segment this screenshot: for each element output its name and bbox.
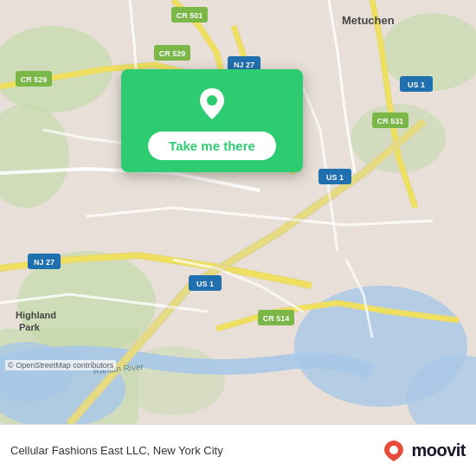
bottom-bar: Cellular Fashions East LLC, New York Cit… [0, 424, 476, 476]
svg-text:NJ 27: NJ 27 [34, 258, 55, 267]
moovit-logo: moovit [380, 439, 466, 463]
svg-text:US 1: US 1 [326, 173, 344, 182]
svg-text:NJ 27: NJ 27 [234, 61, 254, 69]
svg-text:Highland: Highland [16, 310, 56, 320]
pin-icon [193, 85, 231, 123]
svg-point-38 [389, 446, 398, 454]
card-overlay: Take me there [121, 69, 303, 172]
moovit-logo-mark [380, 439, 408, 463]
location-text: Cellular Fashions East LLC, New York Cit… [10, 444, 380, 457]
map-container: CR 501 CR 529 CR 529 NJ 27 US 1 CR 531 U… [0, 0, 476, 424]
moovit-label: moovit [411, 441, 466, 460]
svg-text:CR 531: CR 531 [377, 117, 404, 125]
svg-text:Park: Park [19, 322, 41, 332]
svg-text:Metuchen: Metuchen [342, 14, 395, 27]
osm-credit: © OpenStreetMap contributors [5, 360, 116, 370]
svg-point-37 [207, 95, 217, 106]
svg-text:US 1: US 1 [196, 280, 214, 288]
svg-text:CR 514: CR 514 [263, 314, 290, 323]
svg-text:US 1: US 1 [408, 80, 425, 89]
take-me-there-button[interactable]: Take me there [148, 132, 276, 160]
svg-text:CR 529: CR 529 [159, 49, 186, 58]
svg-text:CR 501: CR 501 [177, 11, 203, 20]
svg-text:CR 529: CR 529 [21, 75, 48, 84]
